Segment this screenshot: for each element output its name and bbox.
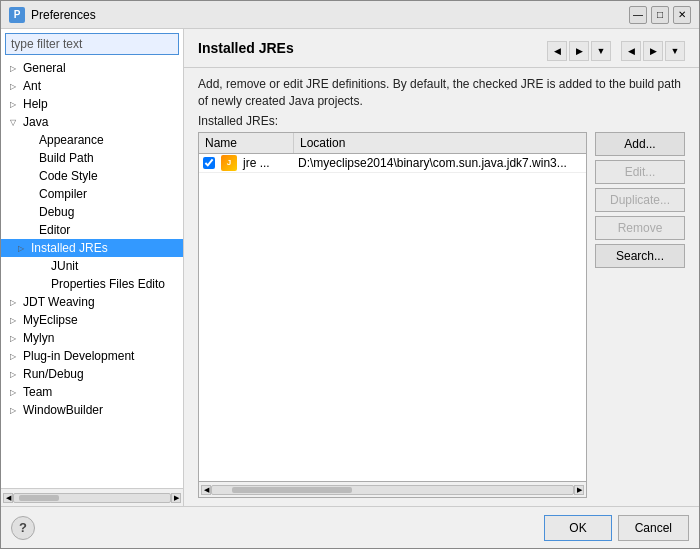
tree-area: ▷ General ▷ Ant ▷ Help ▽ xyxy=(1,59,183,488)
sidebar-label: MyEclipse xyxy=(21,312,80,328)
sidebar-scrollbar[interactable]: ◀ ▶ xyxy=(1,488,183,506)
sidebar-item-team[interactable]: ▷ Team xyxy=(1,383,183,401)
sidebar-item-junit[interactable]: JUnit xyxy=(1,257,183,275)
nav-down-button[interactable]: ▼ xyxy=(591,41,611,61)
sidebar-label: General xyxy=(21,60,68,76)
title-bar: P Preferences — □ ✕ xyxy=(1,1,699,29)
sidebar-label: Code Style xyxy=(37,168,100,184)
table-scroll-right[interactable]: ▶ xyxy=(574,485,584,495)
close-button[interactable]: ✕ xyxy=(673,6,691,24)
sidebar-item-debug[interactable]: Debug xyxy=(1,203,183,221)
window-controls: — □ ✕ xyxy=(629,6,691,24)
preferences-window: P Preferences — □ ✕ ▷ General ▷ xyxy=(0,0,700,549)
jre-checkbox[interactable] xyxy=(203,157,215,169)
sidebar-item-help[interactable]: ▷ Help xyxy=(1,95,183,113)
minimize-button[interactable]: — xyxy=(629,6,647,24)
panel-toolbar: ◀ ▶ ▼ ◀ ▶ ▼ xyxy=(547,41,685,61)
sidebar-item-jdt-weaving[interactable]: ▷ JDT Weaving xyxy=(1,293,183,311)
expand-icon xyxy=(21,204,37,220)
nav-fwd2-button[interactable]: ▶ xyxy=(643,41,663,61)
sidebar-label: Compiler xyxy=(37,186,89,202)
bottom-bar: ? OK Cancel xyxy=(1,506,699,548)
sidebar-label: Debug xyxy=(37,204,76,220)
sidebar-label: Mylyn xyxy=(21,330,56,346)
search-button[interactable]: Search... xyxy=(595,244,685,268)
edit-button[interactable]: Edit... xyxy=(595,160,685,184)
sidebar-item-plugin-dev[interactable]: ▷ Plug-in Development xyxy=(1,347,183,365)
sidebar-label: Run/Debug xyxy=(21,366,86,382)
expand-icon xyxy=(21,186,37,202)
sidebar-item-myeclipse[interactable]: ▷ MyEclipse xyxy=(1,311,183,329)
scroll-left-btn[interactable]: ◀ xyxy=(3,493,13,503)
sidebar-item-general[interactable]: ▷ General xyxy=(1,59,183,77)
sidebar-label: JUnit xyxy=(49,258,80,274)
sidebar-label: WindowBuilder xyxy=(21,402,105,418)
row-checkbox-cell[interactable] xyxy=(199,155,219,171)
nav-back-button[interactable]: ◀ xyxy=(547,41,567,61)
table-hscroll-thumb xyxy=(232,487,352,493)
help-button[interactable]: ? xyxy=(11,516,35,540)
scroll-right-btn[interactable]: ▶ xyxy=(171,493,181,503)
table-header: Name Location xyxy=(199,133,586,154)
expand-icon: ▽ xyxy=(5,114,21,130)
sidebar-label: Plug-in Development xyxy=(21,348,136,364)
cancel-button[interactable]: Cancel xyxy=(618,515,689,541)
sidebar-item-editor[interactable]: Editor xyxy=(1,221,183,239)
expand-icon: ▷ xyxy=(5,96,21,112)
h-scrollbar-thumb xyxy=(19,495,59,501)
jre-location-cell: D:\myeclipse2014\binary\com.sun.java.jdk… xyxy=(294,154,586,172)
jre-name-cell: jre ... xyxy=(239,154,294,172)
table-scroll-left[interactable]: ◀ xyxy=(201,485,211,495)
ok-button[interactable]: OK xyxy=(544,515,611,541)
expand-icon: ▷ xyxy=(13,240,29,256)
bottom-right: OK Cancel xyxy=(544,515,689,541)
remove-button[interactable]: Remove xyxy=(595,216,685,240)
sidebar-item-installed-jres[interactable]: ▷ Installed JREs xyxy=(1,239,183,257)
sidebar-item-windowbuilder[interactable]: ▷ WindowBuilder xyxy=(1,401,183,419)
table-row[interactable]: J jre ... D:\myeclipse2014\binary\com.su… xyxy=(199,154,586,173)
sidebar-item-properties-files[interactable]: Properties Files Edito xyxy=(1,275,183,293)
sidebar-label: Help xyxy=(21,96,50,112)
table-hscrollbar[interactable]: ◀ ▶ xyxy=(199,481,586,497)
jre-table: Name Location J jre . xyxy=(198,132,587,498)
sidebar-item-code-style[interactable]: Code Style xyxy=(1,167,183,185)
right-panel: Installed JREs ◀ ▶ ▼ ◀ ▶ ▼ Add, remove o… xyxy=(184,29,699,506)
sidebar-label: Properties Files Edito xyxy=(49,276,167,292)
nav-fwd-button[interactable]: ▶ xyxy=(569,41,589,61)
h-scrollbar-track[interactable] xyxy=(13,493,171,503)
sidebar-label: Ant xyxy=(21,78,43,94)
jre-icon-cell: J xyxy=(219,155,239,171)
panel-section-label: Installed JREs: xyxy=(184,114,699,132)
jre-icon: J xyxy=(221,155,237,171)
sidebar-item-mylyn[interactable]: ▷ Mylyn xyxy=(1,329,183,347)
sidebar-item-appearance[interactable]: Appearance xyxy=(1,131,183,149)
expand-icon xyxy=(21,168,37,184)
sidebar-label: Team xyxy=(21,384,54,400)
maximize-button[interactable]: □ xyxy=(651,6,669,24)
panel-body: Name Location J jre . xyxy=(184,132,699,506)
sidebar-item-run-debug[interactable]: ▷ Run/Debug xyxy=(1,365,183,383)
add-button[interactable]: Add... xyxy=(595,132,685,156)
sidebar-item-ant[interactable]: ▷ Ant xyxy=(1,77,183,95)
sidebar-label: Editor xyxy=(37,222,72,238)
expand-icon xyxy=(21,132,37,148)
expand-icon xyxy=(21,150,37,166)
main-content: ▷ General ▷ Ant ▷ Help ▽ xyxy=(1,29,699,506)
sidebar: ▷ General ▷ Ant ▷ Help ▽ xyxy=(1,29,184,506)
sidebar-item-compiler[interactable]: Compiler xyxy=(1,185,183,203)
sidebar-item-build-path[interactable]: Build Path xyxy=(1,149,183,167)
window-title: Preferences xyxy=(31,8,629,22)
expand-icon: ▷ xyxy=(5,330,21,346)
nav-down2-button[interactable]: ▼ xyxy=(665,41,685,61)
col-location-header: Location xyxy=(294,133,586,153)
expand-icon xyxy=(21,222,37,238)
sidebar-label: Java xyxy=(21,114,50,130)
filter-input[interactable] xyxy=(5,33,179,55)
table-hscroll-track[interactable] xyxy=(211,485,574,495)
sidebar-label: Appearance xyxy=(37,132,106,148)
sidebar-item-java[interactable]: ▽ Java xyxy=(1,113,183,131)
panel-description: Add, remove or edit JRE definitions. By … xyxy=(184,68,699,114)
nav-back2-button[interactable]: ◀ xyxy=(621,41,641,61)
expand-icon: ▷ xyxy=(5,366,21,382)
duplicate-button[interactable]: Duplicate... xyxy=(595,188,685,212)
